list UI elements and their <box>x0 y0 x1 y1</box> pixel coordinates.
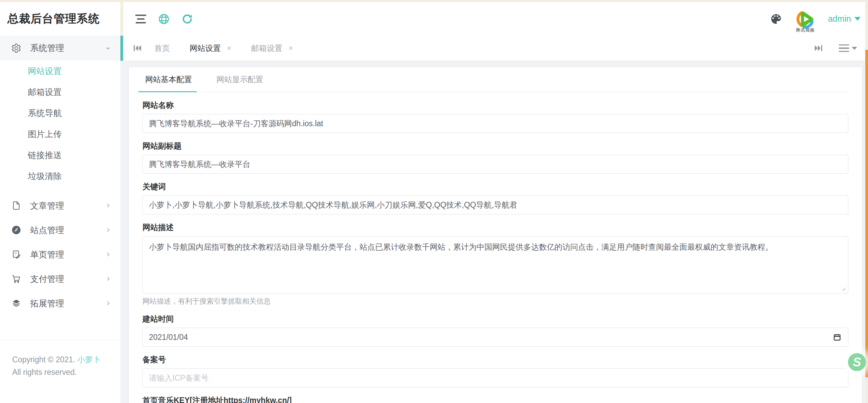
description-textarea[interactable]: 小萝卜导航国内屈指可数的技术教程活动目录导航分类平台，站点已累计收录数千网站，累… <box>142 236 848 294</box>
sidebar-group-label: 文章管理 <box>30 200 96 211</box>
tab-basic-config[interactable]: 网站基本配置 <box>142 67 195 92</box>
close-icon[interactable]: × <box>288 44 293 52</box>
description-helper-text: 网站描述，有利于搜索引擎抓取相关信息 <box>142 296 848 306</box>
site-subtitle-input[interactable] <box>142 155 848 174</box>
sidebar-item-system-nav[interactable]: 系统导航 <box>0 102 120 123</box>
calendar-icon[interactable] <box>833 333 842 342</box>
tencent-video-logo-icon <box>795 9 816 29</box>
tabbar: 首页 网站设置 × 邮箱设置 × <box>123 36 865 61</box>
chevron-down-icon <box>854 17 861 21</box>
chevron-right-icon <box>105 300 112 307</box>
refresh-icon[interactable] <box>181 13 193 25</box>
skip-to-last-tab-icon[interactable] <box>814 43 824 53</box>
content-area: 网站基本配置 网站显示配置 网站名称 网站副标题 关键词 网站描述 小萝卜导航国… <box>120 61 865 403</box>
sidebar-group-system[interactable]: 系统管理 <box>0 36 120 60</box>
sidebar-item-site-settings[interactable]: 网站设置 <box>0 60 120 81</box>
music-key-label: 首页音乐KEY[注册地址https://myhkw.cn/] <box>142 396 848 403</box>
header: 腾讯视频 admin <box>123 2 865 36</box>
page-scrollbar-thumb[interactable] <box>865 50 868 377</box>
avatar[interactable]: 腾讯视频 <box>795 9 816 33</box>
tab-mail-settings[interactable]: 邮箱设置 × <box>251 43 293 54</box>
icp-input[interactable] <box>142 368 848 387</box>
tab-home[interactable]: 首页 <box>154 43 170 54</box>
sidebar-group-label: 支付管理 <box>30 273 96 285</box>
settings-card: 网站基本配置 网站显示配置 网站名称 网站副标题 关键词 网站描述 小萝卜导航国… <box>129 67 862 403</box>
avatar-caption: 腾讯视频 <box>796 27 815 33</box>
sidebar-group-label: 系统管理 <box>30 42 95 54</box>
gear-icon <box>11 43 21 53</box>
chevron-down-icon <box>852 47 857 50</box>
skip-to-first-tab-icon[interactable] <box>132 43 142 53</box>
username: admin <box>828 14 851 24</box>
copyright-prefix: Copyright © 2021. <box>12 355 75 364</box>
app-logo-area: 总裁后台管理系统 <box>0 2 120 36</box>
site-subtitle-label: 网站副标题 <box>142 141 848 151</box>
copyright-suffix: All rights reserved. <box>12 368 77 377</box>
sidebar: 系统管理 网站设置 邮箱设置 系统导航 图片上传 链接推送 垃圾清除 文章管理 … <box>0 36 120 403</box>
sidebar-item-link-push[interactable]: 链接推送 <box>0 145 120 166</box>
tab-site-settings[interactable]: 网站设置 × <box>190 43 231 54</box>
tab-label: 首页 <box>154 43 170 54</box>
sidebar-item-mail-settings[interactable]: 邮箱设置 <box>0 81 120 102</box>
chevron-down-icon <box>104 44 112 52</box>
cart-icon <box>11 274 21 284</box>
user-dropdown[interactable]: admin <box>828 14 861 24</box>
sidebar-group-articles[interactable]: 文章管理 <box>0 193 120 218</box>
floating-helper-button[interactable]: S <box>848 353 866 371</box>
sidebar-group-label: 拓展管理 <box>30 298 96 309</box>
collapse-sidebar-button[interactable] <box>135 15 146 23</box>
menu-icon <box>839 44 849 52</box>
sidebar-divider <box>0 340 120 340</box>
resize-handle-icon[interactable] <box>840 286 846 291</box>
copyright: Copyright © 2021.小萝卜All rights reserved. <box>12 353 109 379</box>
keywords-label: 关键词 <box>142 182 848 191</box>
page-edit-icon: ? <box>11 249 21 260</box>
tab-label: 网站设置 <box>190 43 221 54</box>
icp-label: 备案号 <box>142 355 848 364</box>
document-icon <box>11 200 21 211</box>
sidebar-item-image-upload[interactable]: 图片上传 <box>0 123 120 145</box>
description-label: 网站描述 <box>142 223 848 232</box>
sidebar-group-label: 单页管理 <box>30 249 96 260</box>
compass-icon <box>11 225 21 235</box>
tab-display-config[interactable]: 网站显示配置 <box>214 67 266 92</box>
sidebar-group-payments[interactable]: 支付管理 <box>0 267 120 291</box>
sidebar-group-label: 站点管理 <box>30 225 96 236</box>
svg-text:?: ? <box>15 252 17 256</box>
layers-icon <box>11 298 21 308</box>
sidebar-group-extensions[interactable]: 拓展管理 <box>0 291 120 315</box>
tab-options-button[interactable] <box>839 44 857 52</box>
sidebar-submenu: 网站设置 邮箱设置 系统导航 图片上传 链接推送 垃圾清除 <box>0 60 120 193</box>
build-date-label: 建站时间 <box>142 314 848 324</box>
chevron-right-icon <box>105 227 112 233</box>
chevron-right-icon <box>105 251 112 258</box>
chevron-right-icon <box>105 202 112 209</box>
copyright-brand: 小萝卜 <box>77 355 101 364</box>
tab-label: 邮箱设置 <box>251 43 282 54</box>
app-title: 总裁后台管理系统 <box>7 11 100 26</box>
sidebar-group-pages[interactable]: ? 单页管理 <box>0 242 120 267</box>
globe-icon[interactable] <box>158 13 170 25</box>
site-name-input[interactable] <box>142 114 848 133</box>
theme-palette-icon[interactable] <box>770 13 783 25</box>
card-tabs: 网站基本配置 网站显示配置 <box>142 67 848 92</box>
sidebar-item-trash-clean[interactable]: 垃圾清除 <box>0 166 120 187</box>
close-icon[interactable]: × <box>227 44 231 52</box>
keywords-input[interactable] <box>142 195 848 214</box>
chevron-right-icon <box>105 275 112 282</box>
tabbar-left-accent <box>120 36 123 61</box>
build-date-input[interactable] <box>142 328 848 347</box>
site-name-label: 网站名称 <box>142 100 848 110</box>
sidebar-group-sites[interactable]: 站点管理 <box>0 218 120 242</box>
